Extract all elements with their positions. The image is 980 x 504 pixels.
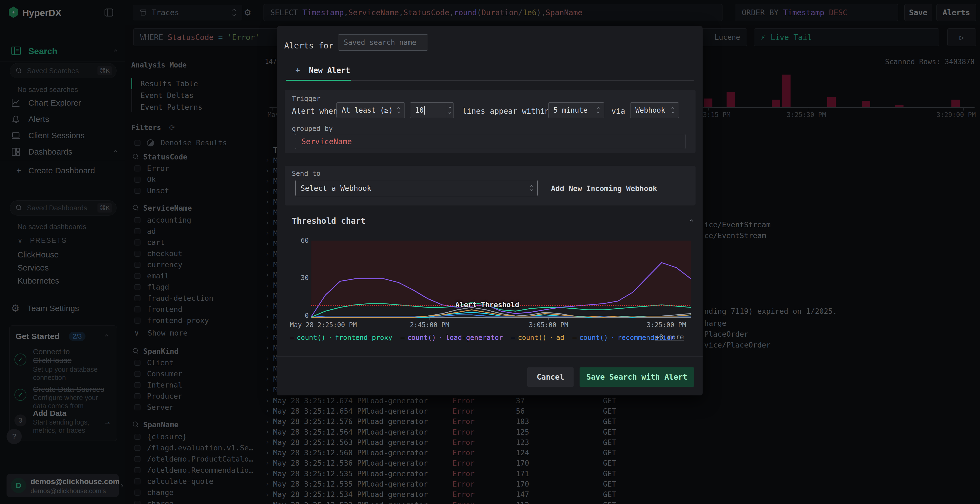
legend-metric: count() [407, 334, 436, 342]
alerts-for-label: Alerts for [284, 41, 334, 50]
channel-select[interactable]: Webhook [630, 102, 679, 118]
select-chevrons-icon [398, 108, 399, 113]
threshold-chart-label: Threshold chart [292, 216, 366, 226]
legend-separator: · [328, 334, 332, 342]
legend-series-name: ad [556, 334, 564, 342]
grouped-by-label: grouped by [292, 125, 333, 132]
cancel-button[interactable]: Cancel [527, 367, 574, 387]
legend-separator: · [611, 334, 615, 342]
xtick: 2:45:00 PM [410, 321, 449, 329]
alert-threshold-label: Alert Threshold [455, 301, 519, 309]
legend-item[interactable]: — count() · ad [511, 334, 564, 342]
legend-separator: · [439, 334, 443, 342]
threshold-chart[interactable]: Alert Threshold 60 30 0 May 28 2:25:00 P… [311, 240, 691, 317]
legend-more-link[interactable]: +3 more [655, 333, 684, 341]
chart-collapse-chevron-icon[interactable] [690, 219, 693, 223]
plus-icon: + [295, 66, 300, 75]
save-search-with-alert-button[interactable]: Save Search with Alert [579, 367, 694, 387]
xtick: 3:05:00 PM [529, 321, 568, 329]
alert-when-label: Alert when [292, 107, 338, 116]
tick [430, 318, 430, 320]
interval-select[interactable]: 5 minute [548, 102, 605, 118]
send-to-label: Send to [292, 170, 320, 177]
chart-legend: — count() · frontend-proxy — count() · l… [290, 333, 693, 342]
tab-new-alert[interactable]: + New Alert [295, 66, 350, 75]
legend-dash-icon: — [290, 334, 294, 342]
text-cursor [425, 106, 425, 114]
legend-item[interactable]: — count() · frontend-proxy [290, 334, 392, 342]
threshold-value: 10 [410, 106, 423, 114]
saved-search-name-placeholder: Saved search name [344, 38, 416, 46]
webhook-select[interactable]: Select a Webhook [295, 180, 538, 196]
legend-metric: count() [297, 334, 325, 342]
legend-separator: · [549, 334, 554, 342]
via-label: via [611, 107, 625, 116]
xtick: 3:25:00 PM [647, 321, 686, 329]
add-webhook-button[interactable]: Add New Incoming Webhook [551, 184, 657, 193]
webhook-select-value: Select a Webhook [301, 184, 371, 192]
number-stepper[interactable] [446, 103, 453, 118]
active-tab-indicator [286, 80, 351, 81]
legend-metric: count() [518, 334, 546, 342]
grouped-by-input[interactable]: ServiceName [295, 134, 686, 149]
legend-dash-icon: — [573, 334, 577, 342]
condition-select[interactable]: At least (≥) [336, 102, 405, 118]
select-chevrons-icon [672, 108, 674, 113]
trigger-section: Trigger Alert when At least (≥) 10 lines… [285, 90, 695, 153]
ytick-0: 0 [305, 312, 309, 320]
select-chevrons-icon [597, 108, 599, 113]
legend-series-name: load-generator [445, 334, 503, 342]
legend-series-name: frontend-proxy [335, 334, 392, 342]
legend-metric: count() [579, 334, 608, 342]
lines-within-label: lines appear within [462, 107, 549, 116]
alert-modal: Alerts for Saved search name + New Alert… [277, 26, 703, 396]
threshold-number-input[interactable]: 10 [410, 102, 454, 118]
footer-divider [277, 356, 703, 357]
send-to-section: Send to Select a Webhook Add New Incomin… [285, 166, 695, 205]
ytick-60: 60 [301, 237, 309, 244]
legend-dash-icon: — [401, 334, 404, 342]
condition-value: At least (≥) [342, 106, 393, 114]
trigger-label: Trigger [292, 95, 320, 103]
xtick: May 28 2:25:00 PM [290, 321, 357, 329]
ytick-30: 30 [301, 274, 309, 281]
grouped-by-value: ServiceName [301, 137, 352, 146]
legend-dash-icon: — [511, 334, 515, 342]
channel-value: Webhook [635, 106, 665, 114]
interval-value: 5 minute [554, 106, 587, 114]
select-chevrons-icon [531, 185, 533, 191]
new-alert-tab-label: New Alert [309, 66, 350, 75]
saved-search-name-input[interactable]: Saved search name [338, 34, 428, 51]
legend-item[interactable]: — count() · load-generator [401, 334, 503, 342]
tick [549, 318, 549, 320]
